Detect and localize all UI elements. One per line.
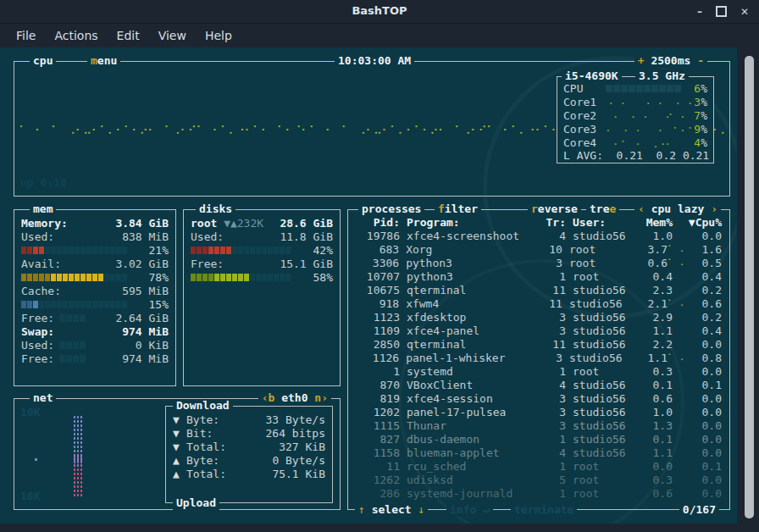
disk-name: root xyxy=(191,217,217,230)
tree-button[interactable]: tree xyxy=(586,202,619,216)
stat-row: Free:974 MiB xyxy=(14,352,175,365)
process-row[interactable]: 827dbus-daemon1studio560.10.0 xyxy=(348,432,729,446)
process-row[interactable]: 1126panel-1-whisker3studio561.1⠁ ⠄0.8 xyxy=(348,351,729,364)
meter-row: 15% xyxy=(14,297,175,311)
net-stat-row: ▼Bit:264 bitps xyxy=(166,426,332,440)
net-stat-row: ▲Byte:0 Byte/s xyxy=(166,453,332,467)
mem-box: mem Memory:3.84 GiBUsed:838 MiB21%Avail:… xyxy=(14,209,176,386)
processes-box-label: processes xyxy=(358,202,424,216)
process-row[interactable]: 2850qterminal11studio562.20.0 xyxy=(348,337,729,351)
cpu-core-row: Core2⠀⠄⠀⠠⠀⠄⠀⠀⠔⠀⠄7% xyxy=(557,108,713,122)
menu-view[interactable]: View xyxy=(149,27,196,44)
window-title: BashTOP xyxy=(0,4,759,17)
usage-meter xyxy=(21,247,135,254)
process-row[interactable]: 870VBoxClient4studio560.10.1 xyxy=(348,378,729,391)
process-cpu-sparkline: ⠁ ⠄ xyxy=(668,244,687,255)
disks-box-label: disks xyxy=(196,202,235,216)
load-average: L AVG: 0.21 0.2 0.21 xyxy=(557,149,713,162)
process-row[interactable]: 1158blueman-applet4studio561.10.0 xyxy=(348,446,729,459)
download-graph-dot xyxy=(35,458,37,461)
mini-meter xyxy=(59,355,86,363)
process-row[interactable]: 819xfce4-session3studio560.60.0 xyxy=(348,391,729,405)
meter-row: 58% xyxy=(184,270,340,284)
mini-meter xyxy=(59,341,86,349)
process-row[interactable]: 10675qterminal11studio562.30.2 xyxy=(348,283,729,296)
menu-file[interactable]: File xyxy=(7,27,45,44)
process-row[interactable]: 1202panel-17-pulsea3studio561.00.0 xyxy=(348,405,729,418)
mem-box-label: mem xyxy=(30,202,56,216)
process-cpu-sparkline: ⠁ ⠄ xyxy=(668,352,687,363)
net-box: net ‹b eth0 n› 10K 10K Download Upload ▼… xyxy=(14,398,341,510)
info-button[interactable]: info ↵ xyxy=(446,503,493,517)
usage-meter xyxy=(191,274,299,281)
terminal-area: cpu menu 10:03:00 AM + 2500ms - ⠂⠀⠄⠀⠂⠀⢀⠄… xyxy=(0,47,759,532)
iface-prev-button[interactable]: ‹b xyxy=(262,391,275,404)
process-table-header: Pid: Program: Tr: User: Mem% ▼Cpu% xyxy=(348,215,729,229)
cpu-core-row: Core1⠠⠀⠄⠀⠀⠠⠀⠄⠀⠠⠀⠄3% xyxy=(557,95,713,108)
process-row[interactable]: 1115Thunar3studio561.30.0 xyxy=(348,418,729,432)
scrollbar-thumb[interactable] xyxy=(745,56,754,518)
cpu-total-meter xyxy=(606,85,694,92)
bashtop-window: BashTOP – ✕ FileActionsEditViewHelp cpu … xyxy=(0,0,759,532)
process-row[interactable]: 1123xfdesktop3studio562.90.2 xyxy=(348,310,729,324)
process-row[interactable]: 286systemd-journald1root0.60.0 xyxy=(348,486,729,500)
interface-selector: ‹b eth0 n› xyxy=(258,391,331,405)
update-interval: + 2500ms - xyxy=(634,54,707,68)
upload-label: Upload xyxy=(173,496,219,510)
stat-row: Avail:3.02 GiB xyxy=(14,257,175,270)
cpu-box-label: cpu xyxy=(30,54,56,68)
sort-next-button[interactable]: › xyxy=(711,202,717,215)
process-row[interactable]: 683Xorg10root3.7⠁ ⠄1.6 xyxy=(348,242,729,256)
interval-decrease-button[interactable]: - xyxy=(697,54,704,67)
process-row[interactable]: 10707python31root0.40.4 xyxy=(348,269,729,283)
window-controls: – ✕ xyxy=(697,0,749,23)
cpu-box: cpu menu 10:03:00 AM + 2500ms - ⠂⠀⠄⠀⠂⠀⢀⠄… xyxy=(14,61,730,197)
stat-row: Free:2.64 GiB xyxy=(14,311,175,324)
process-row[interactable]: 1262udisksd5root0.30.0 xyxy=(348,473,729,486)
iface-next-button[interactable]: n› xyxy=(314,391,328,404)
menu-actions[interactable]: Actions xyxy=(45,27,107,44)
process-row[interactable]: 3306python33root0.6⠁ ⠄0.5 xyxy=(348,256,729,269)
process-row[interactable]: 918xfwm411studio562.1⠁ ⠄0.6 xyxy=(348,296,729,310)
disk-device-row: root ▼▲232K 28.6 GiB xyxy=(184,216,340,230)
usage-meter xyxy=(191,247,299,254)
process-cpu-sparkline: ⠁ ⠄ xyxy=(668,298,687,309)
mini-meter xyxy=(59,314,86,322)
uptime-label: up 0:18 xyxy=(20,176,67,189)
select-control[interactable]: ↑ select ↓ xyxy=(355,503,428,517)
sort-prev-button[interactable]: ‹ xyxy=(638,202,645,215)
process-row[interactable]: 11rcu_sched1root0.00.1 xyxy=(348,459,729,473)
net-box-label: net xyxy=(30,391,56,405)
maximize-icon[interactable] xyxy=(716,6,727,17)
terminal-background: cpu menu 10:03:00 AM + 2500ms - ⠂⠀⠄⠀⠂⠀⢀⠄… xyxy=(0,47,737,524)
menu-button[interactable]: menu xyxy=(87,54,120,68)
net-scale-bottom: 10K xyxy=(20,490,40,502)
down-arrow-icon: ↓ xyxy=(418,503,424,516)
process-row[interactable]: 1systemd1root0.30.0 xyxy=(348,364,729,378)
interval-increase-button[interactable]: + xyxy=(638,54,645,67)
titlebar[interactable]: BashTOP – ✕ xyxy=(0,0,759,24)
sort-column-header[interactable]: ▼Cpu% xyxy=(686,216,722,229)
stat-row: Swap:974 MiB xyxy=(14,324,175,338)
net-stat-row: ▲Total:75.1 KiB xyxy=(166,467,332,480)
meter-row: 42% xyxy=(184,243,340,257)
process-row[interactable]: 1109xfce4-panel3studio561.10.4 xyxy=(348,324,729,337)
terminate-button[interactable]: terminate xyxy=(511,503,577,517)
up-arrow-icon: ↑ xyxy=(358,503,365,516)
menu-edit[interactable]: Edit xyxy=(108,27,149,44)
process-cpu-sparkline: ⠁ ⠄ xyxy=(668,258,687,269)
clock: 10:03:00 AM xyxy=(335,54,414,68)
disk-io-activity: ▼▲232K xyxy=(224,217,263,230)
sort-mode: cpu lazy xyxy=(645,202,711,215)
interval-value: 2500ms xyxy=(651,54,690,67)
process-row[interactable]: 19786xfce4-screenshoot4studio561.00.0 xyxy=(348,229,729,242)
disk-size: 28.6 GiB xyxy=(280,217,333,230)
reverse-button[interactable]: reverse xyxy=(528,202,581,216)
minimize-icon[interactable]: – xyxy=(697,7,702,17)
menu-help[interactable]: Help xyxy=(196,27,241,44)
download-graph xyxy=(73,415,84,463)
stat-row: Memory:3.84 GiB xyxy=(14,216,175,230)
close-icon[interactable]: ✕ xyxy=(740,7,749,17)
filter-button[interactable]: filter xyxy=(435,202,481,216)
disks-box: disks root ▼▲232K 28.6 GiB Used:11.8 GiB… xyxy=(183,209,341,386)
